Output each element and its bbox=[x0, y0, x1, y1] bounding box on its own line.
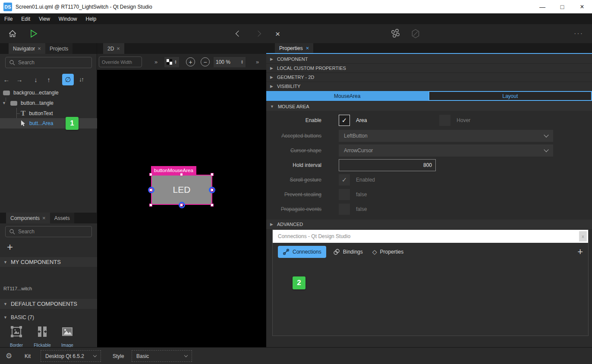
run-play-icon[interactable] bbox=[28, 28, 39, 39]
kit-dropdown[interactable]: Desktop Qt 6.5.2 bbox=[41, 350, 101, 362]
resize-handle-bl[interactable] bbox=[149, 204, 152, 207]
scroll-gesture-value: Enabled bbox=[356, 177, 375, 183]
flickable-icon[interactable] bbox=[36, 326, 48, 339]
resize-handle-br[interactable] bbox=[211, 204, 214, 207]
tab-assets[interactable]: Assets bbox=[50, 213, 74, 223]
close-document-icon[interactable]: × bbox=[275, 30, 280, 38]
transparency-checker-icon bbox=[167, 59, 172, 65]
forward-icon[interactable] bbox=[256, 31, 260, 36]
style-dropdown[interactable]: Basic bbox=[132, 350, 192, 362]
close-button[interactable]: × bbox=[572, 0, 592, 13]
section-geometry-2d[interactable]: ▶ GEOMETRY - 2D bbox=[266, 73, 592, 82]
propagate-events-checkbox[interactable] bbox=[339, 204, 350, 215]
scroll-gesture-checkbox[interactable]: ✓ bbox=[339, 174, 350, 185]
override-width-input[interactable] bbox=[102, 60, 139, 65]
led-button-text: LED bbox=[173, 185, 191, 195]
cursor-shape-dropdown[interactable]: ArrowCursor bbox=[339, 144, 553, 157]
menu-window[interactable]: Window bbox=[54, 13, 82, 24]
move-up-icon[interactable]: ↑ bbox=[42, 76, 55, 83]
hold-interval-input[interactable] bbox=[339, 159, 436, 171]
menu-edit[interactable]: Edit bbox=[17, 13, 35, 24]
gear-icon[interactable]: ⚙ bbox=[6, 351, 12, 361]
close-tab-icon[interactable]: × bbox=[306, 45, 309, 51]
prevent-stealing-checkbox[interactable] bbox=[339, 189, 350, 200]
subtab-mousearea[interactable]: MouseArea bbox=[266, 91, 428, 101]
nodes-icon[interactable] bbox=[390, 28, 401, 39]
navigator-search[interactable] bbox=[5, 57, 92, 68]
tab-dialog-properties[interactable]: ◇ Properties bbox=[370, 248, 406, 255]
tab-components[interactable]: Components × bbox=[6, 213, 50, 223]
overflow-icon[interactable]: » bbox=[256, 59, 259, 65]
section-local-custom-properties[interactable]: ▶ LOCAL CUSTOM PROPERTIES bbox=[266, 64, 592, 73]
connections-dialog-titlebar[interactable]: Connections - Qt Design Studio x bbox=[273, 230, 588, 243]
tab-projects[interactable]: Projects bbox=[45, 43, 72, 54]
background-color-selector[interactable]: ▲▼ bbox=[164, 57, 179, 67]
toggle-invisible-icon[interactable]: ∅ bbox=[62, 74, 74, 85]
hover-checkbox[interactable] bbox=[439, 115, 450, 126]
minimize-button[interactable]: — bbox=[532, 0, 552, 13]
tab-properties[interactable]: Properties × bbox=[275, 43, 313, 53]
menu-view[interactable]: View bbox=[35, 13, 54, 24]
mouse-area-section-header[interactable]: ▼ MOUSE AREA bbox=[266, 102, 592, 111]
expand-icon: ▶ bbox=[270, 222, 273, 226]
tab-2d[interactable]: 2D × bbox=[103, 43, 124, 54]
close-tab-icon[interactable]: × bbox=[38, 45, 41, 52]
advanced-section-header[interactable]: ▶ ADVANCED bbox=[266, 220, 592, 229]
zoom-out-icon[interactable]: − bbox=[201, 57, 210, 66]
spin-down-icon[interactable]: ▼ bbox=[241, 62, 243, 64]
override-width-field[interactable] bbox=[99, 56, 142, 67]
resize-handle-ml[interactable] bbox=[149, 188, 152, 191]
collapse-icon: ▼ bbox=[3, 260, 7, 264]
chevron-down-icon bbox=[184, 353, 188, 357]
tree-item-background-rectangle[interactable]: backgrou...ectangle bbox=[0, 88, 97, 97]
components-search[interactable] bbox=[5, 226, 92, 237]
move-left-icon[interactable]: ← bbox=[0, 76, 13, 83]
add-module-icon[interactable]: + bbox=[7, 241, 13, 253]
accepted-buttons-dropdown[interactable]: LeftButton bbox=[339, 130, 553, 142]
home-icon[interactable] bbox=[8, 29, 17, 38]
canvas[interactable]: buttonMouseArea LED bbox=[97, 70, 266, 347]
section-visibility[interactable]: ▶ VISIBILITY bbox=[266, 82, 592, 91]
move-down-icon[interactable]: ↓ bbox=[29, 76, 42, 83]
zoom-in-icon[interactable]: + bbox=[186, 57, 195, 66]
expander-icon[interactable]: ▼ bbox=[2, 101, 6, 105]
close-tab-icon[interactable]: × bbox=[42, 215, 46, 221]
tab-connections[interactable]: Connections bbox=[278, 246, 326, 258]
back-icon[interactable] bbox=[236, 31, 241, 36]
resize-handle-mr[interactable] bbox=[211, 188, 214, 191]
area-checkbox[interactable]: ✓ bbox=[339, 115, 350, 126]
menu-help[interactable]: Help bbox=[82, 13, 101, 24]
tree-item-buttontext[interactable]: T buttonText bbox=[0, 109, 97, 118]
zoom-level-selector[interactable]: 100 % ▲▼ bbox=[214, 57, 246, 67]
spin-down-icon[interactable]: ▼ bbox=[174, 62, 177, 64]
my-component-rt1170-switch[interactable]: RT117...witch bbox=[3, 286, 32, 291]
move-right-icon[interactable]: → bbox=[13, 76, 26, 83]
menu-file[interactable]: File bbox=[0, 13, 17, 24]
my-components-header[interactable]: ▼ MY COMPONENTS bbox=[0, 257, 97, 267]
resize-handle-tr[interactable] bbox=[211, 173, 214, 176]
tab-bindings[interactable]: Bindings bbox=[331, 248, 365, 255]
tree-item-buttonmousearea[interactable]: butt...Area bbox=[0, 118, 97, 129]
resize-handle-bm[interactable] bbox=[180, 204, 183, 207]
dialog-close-button[interactable]: x bbox=[579, 231, 587, 242]
subtab-layout[interactable]: Layout bbox=[428, 91, 592, 101]
image-icon[interactable] bbox=[61, 326, 73, 339]
component-label: Border Image bbox=[4, 343, 28, 347]
selected-mousearea[interactable]: LED bbox=[151, 175, 212, 205]
section-component[interactable]: ▶ COMPONENT bbox=[266, 55, 592, 64]
tree-item-button-rectangle[interactable]: ▼ button...tangle bbox=[0, 98, 97, 108]
default-components-header[interactable]: ▼ DEFAULT COMPONENTS bbox=[0, 299, 97, 309]
maximize-button[interactable]: □ bbox=[552, 0, 572, 13]
components-search-input[interactable] bbox=[18, 229, 79, 235]
more-options-icon[interactable]: ··· bbox=[574, 30, 583, 38]
navigator-search-input[interactable] bbox=[18, 60, 79, 66]
border-image-icon[interactable] bbox=[10, 326, 22, 339]
resize-handle-tm[interactable] bbox=[180, 173, 183, 176]
tab-navigator[interactable]: Navigator × bbox=[9, 43, 45, 54]
close-tab-icon[interactable]: × bbox=[117, 45, 120, 52]
basic-section-header[interactable]: ▼ BASIC (7) bbox=[0, 313, 97, 322]
resize-handle-tl[interactable] bbox=[149, 173, 152, 176]
add-connection-icon[interactable]: + bbox=[577, 246, 583, 257]
sort-order-icon[interactable]: ↓↑ bbox=[79, 76, 83, 83]
overflow-icon[interactable]: » bbox=[154, 59, 157, 65]
